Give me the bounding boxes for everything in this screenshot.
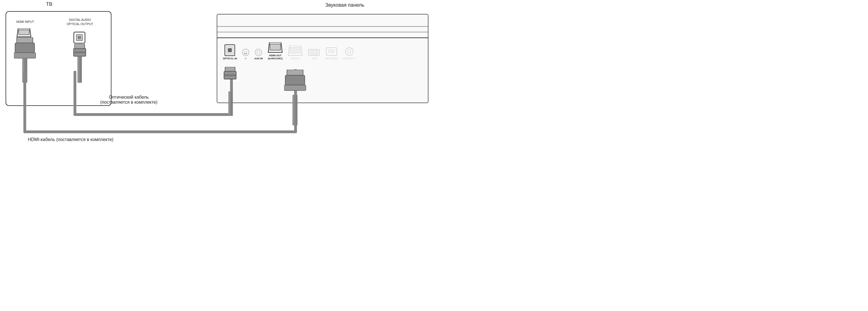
svg-rect-1 <box>19 30 29 35</box>
tv-box: HDMI INPUT DIGITAL AUDIO OPTICAL OUTPUT <box>6 11 112 106</box>
hdmi-out-connector: HDMI OUT(eARC/ARC) <box>268 42 283 60</box>
svg-rect-24 <box>290 47 301 53</box>
optical-in-label: OPTICAL IN <box>223 57 237 60</box>
hdmi-port-icon <box>16 28 32 37</box>
svg-rect-2 <box>17 37 33 43</box>
svg-rect-15 <box>74 54 85 55</box>
svg-rect-16 <box>78 56 82 83</box>
svg-rect-14 <box>74 52 85 53</box>
soundbar-line3 <box>217 37 428 38</box>
optical-in-connector: OPTICAL IN <box>223 44 237 60</box>
tv-label: ТВ <box>46 1 52 7</box>
svg-rect-41 <box>287 70 303 75</box>
svg-rect-48 <box>224 77 236 78</box>
aux-in-connector: AUX IN <box>254 49 263 60</box>
svg-point-19 <box>255 49 262 56</box>
connect-connector: CONNECT <box>343 47 355 60</box>
svg-rect-47 <box>224 75 236 76</box>
hdmi-out-icon <box>268 42 283 53</box>
svg-rect-3 <box>15 43 35 53</box>
network-icon <box>326 47 337 56</box>
svg-rect-40 <box>285 75 305 85</box>
soundbar-line2 <box>217 32 428 32</box>
svg-rect-4 <box>14 53 36 58</box>
aux-in-icon <box>255 49 262 56</box>
soundbar-line1 <box>217 26 428 27</box>
hdmi-in-icon <box>288 45 303 56</box>
svg-rect-11 <box>75 44 85 49</box>
optical-output-label: DIGITAL AUDIO OPTICAL OUTPUT <box>60 18 99 27</box>
connection-diagram: ТВ HDMI INPUT DIGITAL AUDIO OPTICAL OUTP… <box>0 0 434 156</box>
soundbar-label: Звуковая панель <box>326 2 364 8</box>
bluetooth-label: ★ <box>245 57 247 60</box>
usb-label: USB <box>311 57 317 60</box>
hdmi-in-connector: HDMI IN <box>288 45 303 60</box>
usb-connector: USB <box>308 49 320 60</box>
optical-cable-vertical-left <box>73 71 76 115</box>
soundbar-panel: OPTICAL IN ⬓ ★ AUX IN <box>217 14 428 103</box>
hdmi-in-label: HDMI IN <box>290 57 300 60</box>
hdmi-cable-horizontal <box>23 130 297 133</box>
svg-rect-22 <box>270 44 280 50</box>
svg-rect-42 <box>228 91 233 116</box>
connect-label: CONNECT <box>343 57 355 60</box>
svg-rect-46 <box>224 72 236 73</box>
hdmi-cable-label: HDMI-кабель (поставляется в комплекте) <box>28 137 113 142</box>
optical-plug-soundbar <box>223 67 240 117</box>
optical-cable-label: Оптический кабель (поставляется в компле… <box>100 95 157 105</box>
svg-rect-10 <box>78 36 81 39</box>
connector-row: OPTICAL IN ⬓ ★ AUX IN <box>223 42 355 60</box>
aux-in-label: AUX IN <box>254 57 263 60</box>
hdmi-out-label: HDMI OUT(eARC/ARC) <box>268 54 283 60</box>
optical-port-icon <box>73 31 86 44</box>
network-label: NETWORK <box>325 57 338 60</box>
svg-point-20 <box>257 51 260 54</box>
svg-rect-13 <box>74 50 85 51</box>
svg-rect-26 <box>310 51 318 54</box>
svg-rect-39 <box>284 85 306 91</box>
connect-icon <box>345 47 354 56</box>
network-connector: NETWORK <box>325 47 338 60</box>
hdmi-cable-vertical-left <box>23 71 26 132</box>
optical-cable-horizontal <box>73 113 232 116</box>
svg-point-34 <box>348 50 351 53</box>
optical-in-icon <box>224 44 235 56</box>
bluetooth-connector: ⬓ ★ <box>242 49 249 60</box>
hdmi-plug-soundbar <box>284 70 307 125</box>
usb-icon <box>308 49 320 56</box>
bluetooth-icon: ⬓ <box>242 49 249 56</box>
svg-rect-49 <box>225 67 235 71</box>
svg-rect-36 <box>292 95 298 125</box>
hdmi-input-label: HDMI INPUT <box>14 20 36 23</box>
